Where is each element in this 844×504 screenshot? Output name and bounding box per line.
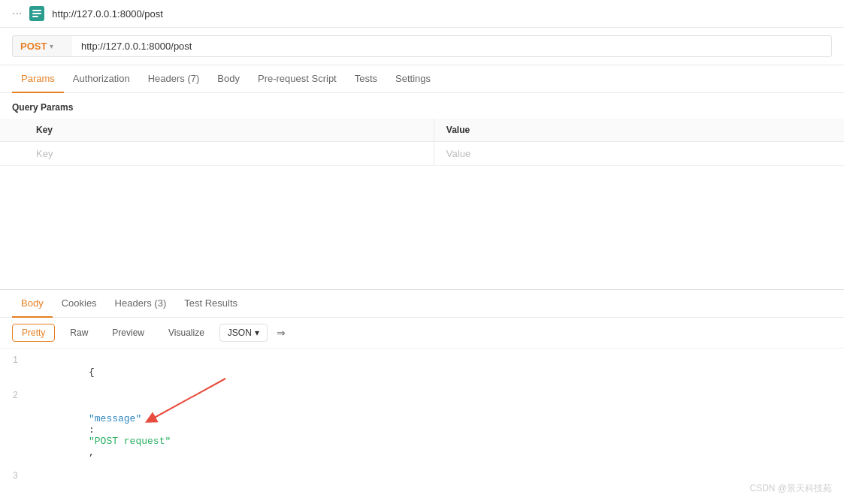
code-colon-1: : xyxy=(89,424,101,436)
resp-tab-headers[interactable]: Headers (3) xyxy=(106,290,176,318)
value-header: Value xyxy=(434,119,844,142)
json-format-select[interactable]: JSON ▾ xyxy=(219,324,268,342)
row-checkbox[interactable] xyxy=(0,142,24,166)
visualize-button[interactable]: Visualize xyxy=(159,324,213,341)
json-chevron-icon: ▾ xyxy=(255,327,259,338)
tab-title: http://127.0.0.1:8000/post xyxy=(52,8,162,20)
value-cell[interactable]: Value xyxy=(434,142,844,166)
request-section: Query Params Key Value Key Value xyxy=(0,93,844,289)
svg-rect-0 xyxy=(32,10,41,11)
url-input[interactable] xyxy=(72,35,832,57)
tab-body[interactable]: Body xyxy=(208,65,249,93)
code-comma-1: , xyxy=(89,447,95,458)
code-value-message: "POST request" xyxy=(89,436,171,447)
resp-tab-cookies[interactable]: Cookies xyxy=(53,290,106,318)
line-content-2: "message" : "POST request" , xyxy=(30,391,844,469)
main-content: Query Params Key Value Key Value xyxy=(0,93,844,492)
line-content-3: "data" : null xyxy=(30,471,844,492)
line-number-3: 3 xyxy=(0,471,30,481)
resp-tab-test-results[interactable]: Test Results xyxy=(175,290,247,318)
params-table: Key Value Key Value xyxy=(0,119,844,166)
url-bar: POST ▾ xyxy=(0,28,844,65)
watermark: CSDN @景天科技苑 xyxy=(749,482,832,495)
method-label: POST xyxy=(20,41,47,52)
tab-authorization[interactable]: Authorization xyxy=(64,65,139,93)
tab-icon xyxy=(29,6,44,21)
code-key-message: "message" xyxy=(89,413,141,424)
response-tabs: Body Cookies Headers (3) Test Results xyxy=(0,290,844,318)
tab-params[interactable]: Params xyxy=(12,65,64,93)
format-bar: Pretty Raw Preview Visualize JSON ▾ ⇒ xyxy=(0,318,844,349)
key-header: Key xyxy=(24,119,434,142)
table-row: Key Value xyxy=(0,142,844,166)
code-line-2: 2 "message" : "POST request" , xyxy=(0,390,844,470)
raw-button[interactable]: Raw xyxy=(61,324,97,341)
tab-settings[interactable]: Settings xyxy=(386,65,440,93)
code-line-3: 3 "data" : null xyxy=(0,470,844,492)
method-select[interactable]: POST ▾ xyxy=(12,35,72,57)
svg-rect-1 xyxy=(32,13,41,14)
open-brace: { xyxy=(89,367,95,378)
checkbox-header xyxy=(0,119,24,142)
query-params-label: Query Params xyxy=(0,93,844,119)
resp-tab-body[interactable]: Body xyxy=(12,290,53,318)
line-number-1: 1 xyxy=(0,355,30,366)
svg-rect-2 xyxy=(32,16,38,17)
top-bar: ··· http://127.0.0.1:8000/post xyxy=(0,0,844,28)
filter-icon[interactable]: ⇒ xyxy=(277,327,286,339)
tab-pre-request[interactable]: Pre-request Script xyxy=(249,65,346,93)
tab-headers[interactable]: Headers (7) xyxy=(139,65,209,93)
preview-button[interactable]: Preview xyxy=(103,324,153,341)
code-area: 1 { 2 "message" : "POST request" , 3 xyxy=(0,349,844,492)
key-cell[interactable]: Key xyxy=(24,142,434,166)
code-line-1: 1 { xyxy=(0,355,844,390)
line-content-1: { xyxy=(30,355,844,389)
pretty-button[interactable]: Pretty xyxy=(12,324,55,342)
response-section: Body Cookies Headers (3) Test Results Pr… xyxy=(0,289,844,492)
request-tabs: Params Authorization Headers (7) Body Pr… xyxy=(0,65,844,93)
method-chevron-icon: ▾ xyxy=(50,42,53,50)
tab-tests[interactable]: Tests xyxy=(346,65,386,93)
drag-handle-icon: ··· xyxy=(12,7,22,20)
line-number-2: 2 xyxy=(0,391,30,401)
json-label: JSON xyxy=(228,327,252,338)
